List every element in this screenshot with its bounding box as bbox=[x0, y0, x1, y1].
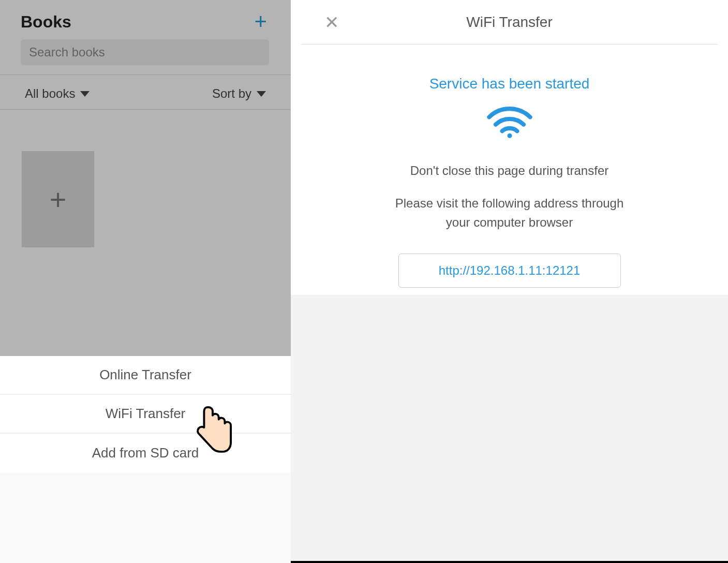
title-row: Books + bbox=[21, 7, 270, 36]
sort-dropdown[interactable]: Sort by bbox=[212, 86, 266, 101]
sheet-item-online-transfer[interactable]: Online Transfer bbox=[0, 356, 291, 395]
close-icon: ✕ bbox=[324, 12, 339, 32]
server-url-box[interactable]: http://192.168.1.11:12121 bbox=[398, 254, 621, 288]
bottom-bar bbox=[291, 561, 728, 563]
hint-visit-address: Please visit the following address throu… bbox=[385, 194, 634, 232]
wifi-icon bbox=[486, 107, 533, 140]
books-header: Books + bbox=[0, 0, 291, 75]
action-sheet: Online Transfer WiFi Transfer Add from S… bbox=[0, 356, 291, 472]
sheet-item-add-from-sd[interactable]: Add from SD card bbox=[0, 434, 291, 472]
close-button[interactable]: ✕ bbox=[318, 12, 346, 33]
filter-row: All books Sort by bbox=[0, 75, 291, 110]
app-container: Books + All books Sort by bbox=[0, 0, 728, 563]
books-screen: Books + All books Sort by bbox=[0, 0, 291, 563]
svg-point-0 bbox=[507, 134, 512, 138]
caret-down-icon bbox=[80, 91, 90, 97]
sheet-item-label: Add from SD card bbox=[92, 445, 199, 461]
books-main: Books + All books Sort by bbox=[0, 0, 291, 563]
sheet-item-label: Online Transfer bbox=[99, 367, 191, 383]
sort-label: Sort by bbox=[212, 86, 251, 101]
book-grid: + bbox=[0, 110, 291, 247]
search-wrap bbox=[21, 39, 270, 65]
plus-icon: + bbox=[254, 9, 267, 34]
wifi-body: Service has been started Don't close thi… bbox=[291, 45, 728, 288]
transfer-list-area bbox=[291, 295, 728, 561]
filter-dropdown[interactable]: All books bbox=[25, 86, 90, 101]
caret-down-icon bbox=[257, 91, 266, 97]
page-title: Books bbox=[21, 12, 71, 32]
add-book-tile[interactable]: + bbox=[22, 151, 94, 247]
sheet-item-label: WiFi Transfer bbox=[106, 406, 186, 422]
sheet-item-wifi-transfer[interactable]: WiFi Transfer bbox=[0, 395, 291, 434]
service-status: Service has been started bbox=[291, 76, 728, 92]
server-url: http://192.168.1.11:12121 bbox=[439, 263, 581, 278]
add-book-button[interactable]: + bbox=[251, 11, 270, 33]
hint-dont-close: Don't close this page during transfer bbox=[291, 164, 728, 178]
search-input[interactable] bbox=[21, 39, 269, 65]
wifi-header: ✕ WiFi Transfer bbox=[301, 0, 718, 45]
plus-icon: + bbox=[50, 183, 67, 216]
screen-title: WiFi Transfer bbox=[313, 14, 706, 31]
filter-label: All books bbox=[25, 86, 75, 101]
wifi-transfer-screen: ✕ WiFi Transfer Service has been started… bbox=[291, 0, 728, 563]
